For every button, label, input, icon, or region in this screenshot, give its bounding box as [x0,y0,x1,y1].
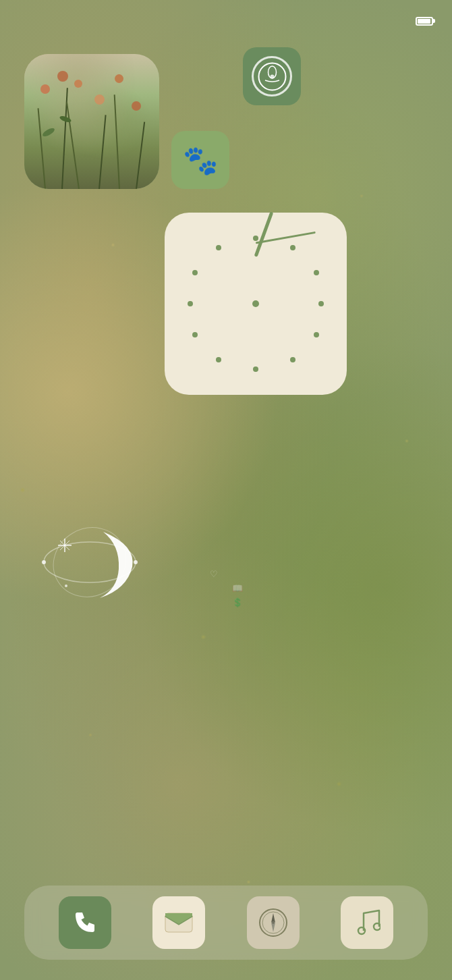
paw-icon[interactable]: 🐾 [171,131,229,189]
phone-icon [72,909,98,936]
svg-point-2 [270,74,274,78]
app-widgetclub-large[interactable]: WidgetClub [24,54,159,203]
clock-center [252,300,259,307]
starbucks-circle [252,56,292,97]
clock-face [178,226,333,381]
moon-illustration [39,518,140,606]
music-dock-icon[interactable] [341,896,393,949]
mail-dock-icon[interactable] [152,896,205,949]
clock-widget[interactable] [165,213,347,395]
music-icon [354,908,380,937]
dock-compass[interactable] [247,896,300,949]
compass-dock-icon[interactable] [247,896,300,949]
svg-marker-22 [271,923,275,932]
dock-phone[interactable] [59,896,111,949]
svg-point-9 [134,560,138,564]
svg-point-23 [272,921,275,924]
dock-music[interactable] [341,896,393,949]
battery-icon [416,17,433,26]
moon-svg [39,518,140,606]
starbucks-icon[interactable] [243,47,301,105]
svg-point-12 [65,584,67,587]
paw-symbol: 🐾 [183,144,218,177]
compass-icon [258,908,288,937]
starbucks-logo [257,61,287,92]
dock-mail[interactable] [152,896,205,949]
dock [24,886,428,960]
svg-marker-21 [271,913,275,923]
app-widgetclub-clock-widget[interactable]: WidgetClub [165,213,347,409]
svg-point-10 [42,560,46,564]
widgetclub-icon-large[interactable] [24,54,159,189]
mail-icon [164,912,194,933]
phone-dock-icon[interactable] [59,896,111,949]
clock-hour-hand [254,211,274,256]
